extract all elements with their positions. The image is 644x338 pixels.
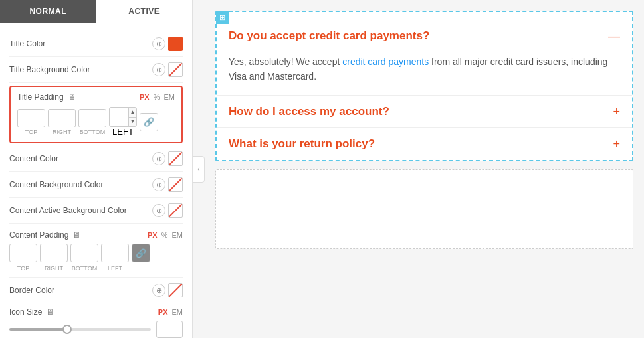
content-bg-color-label: Content Background Color [9, 180, 103, 189]
content-bg-slash-icon[interactable] [168, 177, 183, 192]
content-padding-label-row: Content Padding 🖥 [9, 230, 80, 240]
content-padding-bottom-input[interactable] [70, 244, 98, 262]
title-padding-right-group: 0 RIGHT [48, 109, 76, 135]
tab-bar: NORMAL ACTIVE [0, 0, 192, 23]
faq-question-0[interactable]: Do you accept credit card payments? — [217, 20, 632, 52]
title-padding-left-down[interactable]: ▼ [129, 118, 136, 127]
title-padding-pct-unit[interactable]: % [154, 93, 160, 101]
faq-question-text-2: What is your return policy? [229, 137, 375, 151]
title-color-globe-icon[interactable]: ⊕ [152, 37, 165, 50]
border-color-row: Border Color ⊕ [9, 278, 183, 303]
title-bg-color-controls: ⊕ [152, 62, 183, 77]
title-padding-px-unit[interactable]: PX [140, 93, 150, 101]
faq-question-1[interactable]: How do I access my account? + [217, 96, 632, 127]
content-color-slash-icon[interactable] [168, 151, 183, 166]
content-bg-color-row: Content Background Color ⊕ [9, 172, 183, 198]
title-padding-left-arrows: ▲ ▼ [128, 108, 136, 126]
icon-size-input[interactable] [156, 321, 183, 338]
content-bg-globe-icon[interactable]: ⊕ [152, 178, 165, 191]
title-color-swatch[interactable] [168, 37, 183, 51]
icon-size-em-unit[interactable]: EM [172, 308, 183, 316]
title-bg-color-row: Title Background Color ⊕ [9, 57, 183, 83]
content-padding-inputs: 🔗 [9, 244, 183, 262]
content-padding-em-unit[interactable]: EM [172, 231, 183, 239]
border-color-label: Border Color [9, 286, 54, 295]
content-bg-color-controls: ⊕ [152, 177, 183, 192]
title-padding-link-btn[interactable]: 🔗 [140, 113, 158, 131]
faq-item-2: What is your return policy? + [217, 128, 632, 160]
content-padding-sublabels: TOP RIGHT BOTTOM LEFT [9, 265, 183, 272]
content-padding-right-input[interactable] [40, 244, 68, 262]
left-panel: NORMAL ACTIVE Title Color ⊕ Title Backgr… [0, 0, 193, 338]
title-padding-top-input[interactable]: 27 [17, 109, 45, 127]
faq-icon-2: + [613, 138, 620, 150]
content-padding-header: Content Padding 🖥 PX % EM [9, 226, 183, 244]
title-padding-inputs: 27 TOP 0 RIGHT 29 BOTTOM 0 ▲ ▼ [17, 107, 175, 137]
faq-widget-handle: ⊞ [216, 11, 229, 24]
content-padding-monitor-icon: 🖥 [72, 230, 80, 240]
empty-widget [215, 169, 633, 249]
content-active-bg-color-label: Content Active Background Color [9, 206, 127, 215]
title-padding-unit-toggle: PX % EM [140, 93, 175, 101]
icon-size-label: Icon Size [9, 307, 42, 317]
title-padding-left-spinner: 0 ▲ ▼ [109, 107, 137, 127]
faq-question-2[interactable]: What is your return policy? + [217, 128, 632, 160]
content-active-bg-slash-icon[interactable] [168, 203, 183, 218]
border-color-controls: ⊕ [152, 283, 183, 297]
title-padding-monitor-icon: 🖥 [68, 92, 76, 102]
title-padding-section: Title Padding 🖥 PX % EM 27 TOP 0 RIGHT [9, 86, 183, 143]
icon-size-label-row: Icon Size 🖥 [9, 307, 54, 317]
title-bg-color-label: Title Background Color [9, 65, 90, 74]
content-active-bg-controls: ⊕ [152, 203, 183, 218]
title-padding-em-unit[interactable]: EM [164, 93, 175, 101]
title-padding-right-input[interactable]: 0 [48, 109, 76, 127]
faq-widget-handle-icon: ⊞ [219, 13, 225, 21]
content-padding-pct-unit[interactable]: % [161, 231, 168, 239]
title-padding-bottom-group: 29 BOTTOM [78, 109, 106, 135]
faq-icon-1: + [613, 106, 620, 118]
right-area: ⊞ Do you accept credit card payments? — … [205, 0, 644, 338]
faq-question-text-1: How do I access my account? [229, 105, 389, 118]
faq-answer-link[interactable]: credit card payments [342, 56, 429, 67]
title-bg-globe-icon[interactable]: ⊕ [152, 63, 165, 76]
title-color-row: Title Color ⊕ [9, 31, 183, 57]
content-right-label: RIGHT [40, 265, 68, 272]
title-padding-header: Title Padding 🖥 PX % EM [17, 92, 175, 102]
content-active-bg-globe-icon[interactable]: ⊕ [152, 204, 165, 217]
tab-active[interactable]: ACTIVE [96, 0, 193, 23]
border-color-globe-icon[interactable]: ⊕ [152, 284, 165, 297]
content-top-label: TOP [9, 265, 37, 272]
title-top-label: TOP [25, 129, 37, 135]
border-color-slash-icon[interactable] [168, 283, 183, 297]
title-padding-top-group: 27 TOP [17, 109, 45, 135]
title-padding-label: Title Padding [17, 92, 64, 102]
tab-normal[interactable]: NORMAL [0, 0, 96, 23]
faq-item-0: Do you accept credit card payments? — Ye… [217, 12, 632, 96]
content-padding-unit-toggle: PX % EM [148, 231, 183, 239]
icon-size-slider[interactable] [9, 328, 151, 331]
icon-size-header: Icon Size 🖥 PX EM [9, 307, 183, 317]
content-padding-top-input[interactable] [9, 244, 37, 262]
icon-size-px-unit[interactable]: PX [158, 308, 168, 316]
faq-widget: ⊞ Do you accept credit card payments? — … [215, 11, 633, 161]
icon-size-section: Icon Size 🖥 PX EM [9, 303, 183, 338]
title-padding-bottom-input[interactable]: 29 [78, 109, 106, 127]
content-padding-left-input[interactable] [101, 244, 129, 262]
content-padding-px-unit[interactable]: PX [148, 231, 158, 239]
content-bottom-label: BOTTOM [70, 265, 98, 272]
title-color-label: Title Color [9, 39, 45, 48]
content-padding-label: Content Padding [9, 230, 68, 240]
content-padding-link-btn[interactable]: 🔗 [132, 244, 150, 262]
panel-collapse-toggle[interactable]: ‹ [193, 156, 205, 183]
icon-size-monitor-icon: 🖥 [46, 307, 54, 317]
title-bg-slash-icon[interactable] [168, 62, 183, 77]
title-padding-left-input[interactable]: 0 [110, 108, 128, 126]
content-color-label: Content Color [9, 154, 58, 163]
content-color-globe-icon[interactable]: ⊕ [152, 152, 165, 165]
faq-answer-0: Yes, absolutely! We accept credit card p… [217, 52, 632, 95]
title-padding-left-group: 0 ▲ ▼ LEFT [109, 107, 137, 137]
title-padding-left-up[interactable]: ▲ [129, 108, 136, 118]
title-right-label: RIGHT [53, 129, 71, 135]
content-color-controls: ⊕ [152, 151, 183, 166]
content-padding-section: Content Padding 🖥 PX % EM 🔗 TOP RIGHT [9, 224, 183, 278]
